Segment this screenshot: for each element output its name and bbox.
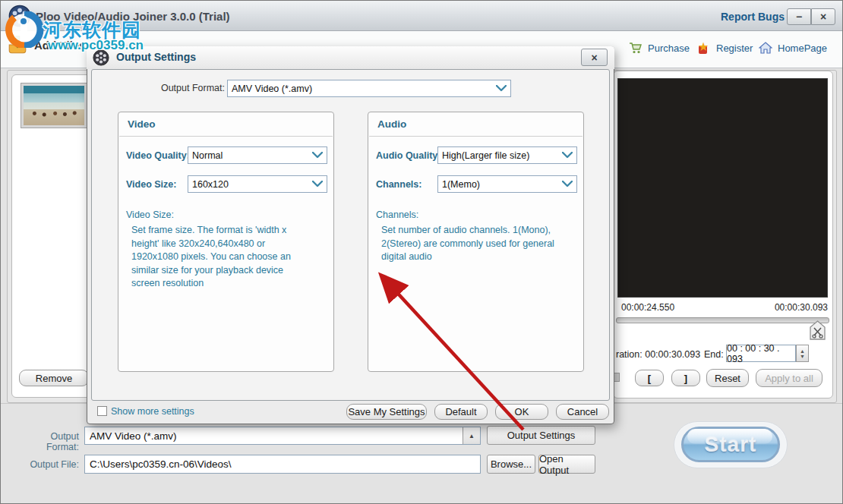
video-quality-label: Video Quality: <box>126 150 190 161</box>
remove-label: Remove <box>36 373 72 384</box>
spinner-down-icon: ▼ <box>800 354 805 359</box>
minimize-button[interactable]: − <box>787 8 811 25</box>
video-screen <box>617 78 828 298</box>
dialog-output-format-combo[interactable]: AMV Video (*.amv) <box>227 80 511 97</box>
audio-quality-combo[interactable]: High(Larger file size) <box>437 146 577 164</box>
show-more-settings-checkbox[interactable] <box>97 406 107 416</box>
thumbnail-image <box>24 86 84 125</box>
video-group: Video Video Quality: Normal Video Size: … <box>118 112 334 372</box>
dropdown-arrow-icon <box>557 176 576 192</box>
purchase-button[interactable]: Purchase <box>629 42 690 55</box>
video-size-value: 160x120 <box>188 176 308 192</box>
output-settings-button-label: Output Settings <box>507 430 576 441</box>
dropdown-arrow-icon <box>491 80 510 96</box>
close-icon: × <box>820 11 826 23</box>
seek-slider[interactable] <box>616 317 829 323</box>
channels-help-text: Set number of audio channels. 1(Mono), 2… <box>381 224 577 264</box>
app-window: Ploo Video/Audio Joiner 3.0.0 (Trial) Re… <box>0 0 843 504</box>
dropdown-arrow-icon <box>557 147 576 163</box>
output-settings-button[interactable]: Output Settings <box>487 426 595 445</box>
reset-label: Reset <box>715 373 740 384</box>
video-group-divider <box>119 136 333 137</box>
homepage-label: HomePage <box>778 43 827 54</box>
default-button[interactable]: Default <box>434 404 488 420</box>
save-my-settings-button[interactable]: Save My Settings <box>346 404 427 420</box>
home-icon <box>759 42 772 54</box>
dialog-body: Output Format: AMV Video (*.amv) Video V… <box>91 69 610 401</box>
end-time-spinner[interactable]: ▲ ▼ <box>796 345 809 362</box>
ok-button[interactable]: OK <box>495 404 548 420</box>
register-button[interactable]: ★ Register <box>698 42 753 55</box>
cart-icon <box>629 42 643 55</box>
channels-help-title: Channels: <box>376 209 418 220</box>
report-bugs-link[interactable]: Report Bugs <box>721 11 785 23</box>
homepage-button[interactable]: HomePage <box>759 42 827 54</box>
purchase-label: Purchase <box>648 43 690 54</box>
end-label: End: <box>704 349 724 360</box>
register-label: Register <box>716 43 753 54</box>
minimize-icon: − <box>796 11 802 23</box>
show-more-settings-label: Show more settings <box>111 406 194 417</box>
time-start-label: 00:00:24.550 <box>621 302 674 313</box>
audio-group-title: Audio <box>377 118 406 130</box>
apply-to-all-label: Apply to all <box>765 373 813 384</box>
dialog-close-icon: × <box>591 52 597 64</box>
dropdown-arrow-icon <box>308 176 327 192</box>
close-button[interactable]: × <box>811 8 835 25</box>
video-quality-combo[interactable]: Normal <box>188 146 327 164</box>
watermark-site-url: www.pc0359.cn <box>48 38 144 53</box>
dialog-close-button[interactable]: × <box>581 49 608 66</box>
output-file-value: C:\Users\pc0359.cn-06\Videos\ <box>90 458 232 470</box>
duration-label: ration: 00:00:30.093 <box>616 349 700 360</box>
dialog-output-format-label: Output Format: <box>137 83 225 93</box>
dropdown-arrow-icon <box>308 147 327 163</box>
video-quality-value: Normal <box>188 147 308 163</box>
audio-quality-label: Audio Quality: <box>376 150 440 161</box>
watermark-logo <box>5 11 45 48</box>
remove-button[interactable]: Remove <box>19 370 89 386</box>
star-icon: ★ <box>698 42 711 55</box>
end-time-spinbox[interactable]: 00 : 00 : 30 . 093 <box>726 345 796 362</box>
spinner-up-icon: ▲ <box>800 348 805 354</box>
browse-label: Browse... <box>491 458 532 470</box>
channels-combo[interactable]: 1(Memo) <box>437 175 577 193</box>
output-file-label: Output File: <box>15 459 79 470</box>
channels-label: Channels: <box>376 179 422 190</box>
output-format-combo[interactable]: AMV Video (*.amv) ▲ <box>84 427 481 445</box>
output-format-value: AMV Video (*.amv) <box>85 430 177 442</box>
mark-start-label: [ <box>648 373 651 384</box>
open-output-button[interactable]: Open Output <box>538 455 595 474</box>
audio-group: Audio Audio Quality: High(Larger file si… <box>368 112 584 372</box>
save-my-settings-label: Save My Settings <box>348 406 425 417</box>
audio-quality-value: High(Larger file size) <box>438 147 557 163</box>
open-output-label: Open Output <box>539 453 595 476</box>
channels-value: 1(Memo) <box>438 176 557 192</box>
cancel-button[interactable]: Cancel <box>556 404 609 420</box>
default-label: Default <box>445 406 476 417</box>
video-group-title: Video <box>128 118 156 130</box>
output-file-input[interactable]: C:\Users\pc0359.cn-06\Videos\ <box>84 455 481 474</box>
video-help-title: Video Size: <box>126 209 174 220</box>
cancel-label: Cancel <box>567 406 598 417</box>
browse-button[interactable]: Browse... <box>487 455 535 474</box>
combo-up-arrow-icon[interactable]: ▲ <box>463 427 480 444</box>
audio-group-divider <box>369 136 583 137</box>
video-size-combo[interactable]: 160x120 <box>188 175 327 193</box>
end-time-value: 00 : 00 : 30 . 093 <box>727 343 795 364</box>
video-thumbnail[interactable] <box>21 83 87 128</box>
video-help-text: Set frame size. The format is 'width x h… <box>131 224 327 291</box>
video-size-label: Video Size: <box>126 179 176 190</box>
time-end-label: 00:00:30.093 <box>760 302 828 313</box>
trim-marker-icon[interactable] <box>809 320 826 341</box>
mark-end-label: ] <box>684 373 687 384</box>
reset-button[interactable]: Reset <box>706 369 749 387</box>
apply-to-all-button[interactable]: Apply to all <box>756 369 822 387</box>
start-button-gloss <box>687 429 772 444</box>
mark-start-button[interactable]: [ <box>635 370 664 386</box>
dialog-output-format-value: AMV Video (*.amv) <box>228 80 491 96</box>
output-format-label: Output Format: <box>15 431 79 452</box>
ok-label: OK <box>515 406 529 417</box>
mark-end-button[interactable]: ] <box>671 370 700 386</box>
